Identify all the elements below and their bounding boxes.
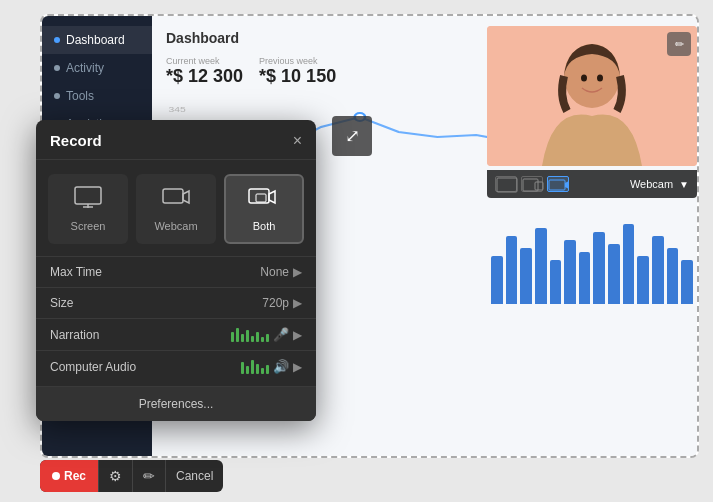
svg-rect-8 — [497, 178, 517, 192]
settings-section: Max Time None ▶ Size 720p ▶ Narration 🎤 … — [36, 256, 316, 386]
vol-bar-4 — [246, 330, 249, 342]
settings-icon: ⚙ — [109, 468, 122, 484]
vol-bar-2 — [236, 328, 239, 342]
source-both-button[interactable]: Both — [224, 174, 304, 244]
rec-button[interactable]: Rec — [40, 460, 98, 492]
max-time-arrow[interactable]: ▶ — [293, 265, 302, 279]
source-buttons: Screen Webcam Both — [36, 160, 316, 256]
svg-marker-12 — [565, 181, 569, 189]
speaker-icon: 🔊 — [273, 359, 289, 374]
edit-toolbar-button[interactable]: ✏ — [133, 460, 165, 492]
narration-volume — [231, 328, 269, 342]
bar-chart-bar — [535, 228, 547, 304]
svg-rect-13 — [75, 187, 101, 204]
webcam-source-icon — [162, 186, 190, 214]
svg-rect-10 — [535, 182, 543, 190]
vol-bar-3 — [241, 334, 244, 342]
max-time-value: None — [260, 265, 289, 279]
current-week-label: Current week — [166, 56, 243, 66]
bar-chart-bar — [623, 224, 635, 304]
source-screen-button[interactable]: Screen — [48, 174, 128, 244]
setting-narration: Narration 🎤 ▶ — [36, 318, 316, 350]
previous-week-value: *$ 10 150 — [259, 66, 336, 87]
vol-bar-a3 — [251, 360, 254, 374]
bar-chart-bar — [579, 252, 591, 304]
dialog-title: Record — [50, 132, 102, 149]
computer-audio-arrow[interactable]: ▶ — [293, 360, 302, 374]
computer-audio-volume — [241, 360, 269, 374]
svg-text:345: 345 — [169, 105, 186, 114]
vol-bar-a6 — [266, 365, 269, 374]
source-thumb-mix[interactable] — [521, 176, 543, 192]
narration-label: Narration — [50, 328, 231, 342]
svg-marker-19 — [269, 191, 275, 203]
move-icon[interactable]: ⤢ — [332, 116, 372, 156]
bar-chart-bar — [652, 236, 664, 304]
vol-bar-a1 — [241, 362, 244, 374]
setting-max-time: Max Time None ▶ — [36, 256, 316, 287]
sidebar-item-activity[interactable]: Activity — [42, 54, 152, 82]
screen-source-icon — [74, 186, 102, 214]
svg-point-6 — [581, 75, 587, 82]
svg-rect-11 — [549, 180, 565, 190]
previous-week-label: Previous week — [259, 56, 336, 66]
svg-rect-20 — [256, 194, 266, 202]
pencil-icon: ✏ — [143, 468, 155, 484]
svg-marker-17 — [183, 191, 189, 203]
max-time-label: Max Time — [50, 265, 260, 279]
mic-icon: 🎤 — [273, 327, 289, 342]
svg-rect-16 — [163, 189, 183, 203]
source-thumb-screen[interactable] — [495, 176, 517, 192]
source-bar: Webcam ▼ — [487, 170, 697, 198]
bar-chart-bar — [564, 240, 576, 304]
computer-audio-label: Computer Audio — [50, 360, 241, 374]
bar-chart-bar — [637, 256, 649, 304]
vol-bar-5 — [251, 336, 254, 342]
narration-arrow[interactable]: ▶ — [293, 328, 302, 342]
source-webcam-button[interactable]: Webcam — [136, 174, 216, 244]
size-value: 720p — [262, 296, 289, 310]
both-source-icon — [248, 186, 280, 214]
vol-bar-7 — [261, 337, 264, 342]
svg-rect-9 — [523, 179, 538, 191]
rec-dot-icon — [52, 472, 60, 480]
bar-chart-bar — [593, 232, 605, 304]
bar-chart-bar — [681, 260, 693, 304]
vol-bar-a2 — [246, 366, 249, 374]
settings-toolbar-button[interactable]: ⚙ — [99, 460, 132, 492]
move-arrows-icon: ⤢ — [345, 125, 360, 147]
source-thumb-webcam[interactable] — [547, 176, 569, 192]
vol-bar-a5 — [261, 368, 264, 374]
bar-chart-bar — [491, 256, 503, 304]
bar-chart-bar — [608, 244, 620, 304]
size-arrow[interactable]: ▶ — [293, 296, 302, 310]
activity-icon — [54, 65, 60, 71]
current-week-value: *$ 12 300 — [166, 66, 243, 87]
screen-source-label: Screen — [71, 220, 106, 232]
vol-bar-6 — [256, 332, 259, 342]
record-dialog: Record × Screen Webcam Both Max Time Non… — [36, 120, 316, 421]
both-source-label: Both — [253, 220, 276, 232]
source-chevron-icon[interactable]: ▼ — [679, 179, 689, 190]
person-svg — [487, 26, 697, 166]
size-label: Size — [50, 296, 262, 310]
stat-current-week: Current week *$ 12 300 — [166, 56, 243, 87]
bottom-toolbar: Rec ⚙ ✏ Cancel — [40, 460, 223, 492]
close-button[interactable]: × — [293, 133, 302, 149]
webcam-source-label: Webcam — [154, 220, 197, 232]
rec-label: Rec — [64, 469, 86, 483]
bar-chart-bar — [667, 248, 679, 304]
cancel-button[interactable]: Cancel — [166, 460, 223, 492]
source-label-text: Webcam — [630, 178, 673, 190]
stat-previous-week: Previous week *$ 10 150 — [259, 56, 336, 87]
vol-bar-1 — [231, 332, 234, 342]
setting-size: Size 720p ▶ — [36, 287, 316, 318]
edit-icon: ✏ — [675, 38, 684, 51]
bar-chart-bar — [520, 248, 532, 304]
tools-icon — [54, 93, 60, 99]
bar-chart — [487, 204, 697, 304]
sidebar-item-tools[interactable]: Tools — [42, 82, 152, 110]
webcam-edit-button[interactable]: ✏ — [667, 32, 691, 56]
preferences-button[interactable]: Preferences... — [36, 386, 316, 421]
sidebar-item-dashboard[interactable]: Dashboard — [42, 26, 152, 54]
